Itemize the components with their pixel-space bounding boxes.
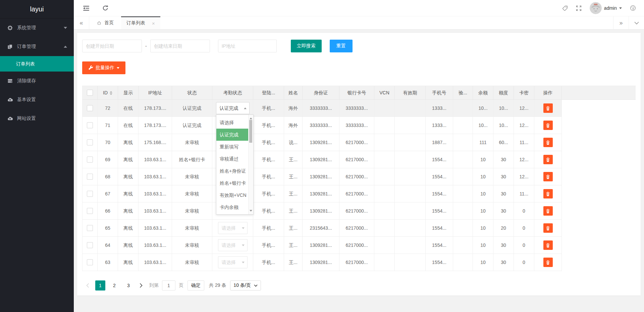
attendance-select[interactable]: 认证完成 [216,102,250,114]
sort-icon[interactable] [110,90,112,96]
table-row: 68离线103.63.1...未审核手机...王...1309281...621… [82,168,562,185]
tag-icon[interactable] [562,5,568,11]
quota-cell: 30 [493,254,514,271]
sidebar-item-system-management[interactable]: 系统管理 [0,18,74,37]
prev-page-button[interactable] [82,283,93,288]
sidebar-item-order-management[interactable]: 订单管理 [0,37,74,56]
dropdown-scrollbar[interactable] [248,115,253,214]
delete-button[interactable] [543,206,553,216]
dropdown-option[interactable]: 重新填写 [216,141,248,153]
theme-palette-icon[interactable] [630,5,636,11]
confirm-page-button[interactable]: 确定 [187,280,204,291]
refresh-icon[interactable] [102,5,108,11]
dropdown-option[interactable]: 请选择 [216,117,248,129]
row-checkbox[interactable] [83,134,98,151]
row-checkbox[interactable] [83,237,98,254]
vcn-cell [374,100,395,117]
scrollbar-down-arrow-icon[interactable] [250,210,252,213]
tab-home[interactable]: 首页 [89,16,121,29]
display-cell: 离线 [118,254,139,271]
reset-button[interactable]: 重置 [330,40,353,52]
home-icon [97,20,102,26]
sidebar-item-site-settings[interactable]: 网站设置 [0,109,74,128]
dropdown-option[interactable]: 审核通过 [216,153,248,165]
page-jump-input[interactable] [162,280,175,291]
attendance-select-disabled[interactable]: 请选择 [218,222,248,234]
dropdown-option[interactable]: 姓名+身份证 [216,165,248,177]
close-tab-icon[interactable]: × [152,20,155,26]
attendance-select-disabled[interactable]: 请选择 [218,239,248,251]
status-cell: 未审核 [172,237,212,254]
page-button[interactable]: 2 [109,280,119,291]
sidebar-item-order-list[interactable]: 订单列表 [0,56,74,72]
dropdown-option[interactable]: 卡内余额 [216,201,248,213]
vcn-cell [374,134,395,151]
login-cell: 手机... [253,237,284,254]
delete-button[interactable] [543,172,553,181]
tabs-scroll-left-button[interactable]: « [74,16,89,29]
ip-cell: 103.63.1... [139,237,172,254]
ip-cell: 178.173.... [139,117,172,134]
row-checkbox[interactable] [83,254,98,271]
next-page-button[interactable] [136,283,147,288]
end-date-input[interactable] [150,40,210,52]
batch-operations-button[interactable]: 批量操作 [82,61,125,74]
delete-button[interactable] [543,121,553,130]
main-area: admin « [74,0,644,312]
delete-button[interactable] [543,223,553,233]
start-date-input[interactable] [82,40,142,52]
page-button[interactable]: 3 [123,280,133,291]
tab-order-list[interactable]: 订单列表 × [121,16,160,29]
card_secret-cell: 11... [514,134,534,151]
row-checkbox[interactable] [83,185,98,203]
search-button[interactable]: 立即搜索 [291,40,322,52]
action-cell [534,100,562,117]
fullscreen-icon[interactable] [576,5,582,11]
row-checkbox[interactable] [83,151,98,168]
scrollbar-up-arrow-icon[interactable] [250,116,252,119]
tabs-scroll-right-button[interactable]: » [613,16,629,29]
status-cell: 认证完成 [172,117,212,134]
bank_card-cell: 6217000... [339,185,374,203]
ip-address-input[interactable] [218,40,277,52]
delete-button[interactable] [543,240,553,250]
row-checkbox[interactable] [83,203,98,220]
select-all-checkbox[interactable] [83,86,98,99]
dropdown-option[interactable]: 有效期+VCN [216,189,248,201]
delete-button[interactable] [543,189,553,198]
tabs-menu-button[interactable] [629,16,644,29]
row-checkbox[interactable] [83,100,98,117]
table-row: 66离线103.63.1...未审核手机...王...1309281...621… [82,203,562,220]
dropdown-option[interactable]: 认证完成 [216,129,248,141]
row-checkbox[interactable] [83,220,98,237]
chevron-up-icon [64,46,67,48]
balance-cell: 10 [473,151,493,168]
card_secret-cell: 0 [514,237,534,254]
delete-button[interactable] [543,258,553,267]
page-button[interactable]: 1 [95,280,105,291]
user-menu[interactable]: admin [590,2,622,14]
per-page-select[interactable]: 10 条/页 [230,280,261,291]
attendance-select-disabled[interactable]: 请选择 [218,256,248,268]
column-header[interactable]: ID [98,86,118,99]
column-header: 手机号 [426,86,453,99]
display-cell: 在线 [118,100,139,117]
row-checkbox[interactable] [83,117,98,134]
table-row: 70离线175.168....未审核手机...说...1309281...621… [82,134,562,151]
name-cell: 王... [284,168,303,185]
dropdown-option[interactable]: 姓名+银行卡 [216,177,248,189]
status-cell: 未审核 [172,254,212,271]
delete-button[interactable] [543,103,553,113]
delete-button[interactable] [543,138,553,147]
sidebar-item-clear-cache[interactable]: 清除缓存 [0,72,74,90]
sidebar-item-basic-settings[interactable]: 基本设置 [0,90,74,109]
collapse-sidebar-icon[interactable] [83,5,90,11]
scrollbar-thumb[interactable] [249,120,252,143]
trash-icon [545,226,550,231]
chevron-down-icon [64,27,67,29]
row-checkbox[interactable] [83,168,98,185]
balance-cell: 10... [473,117,493,134]
name-cell: 王... [284,185,303,203]
delete-button[interactable] [543,155,553,164]
id-cell: 63 [98,254,118,271]
